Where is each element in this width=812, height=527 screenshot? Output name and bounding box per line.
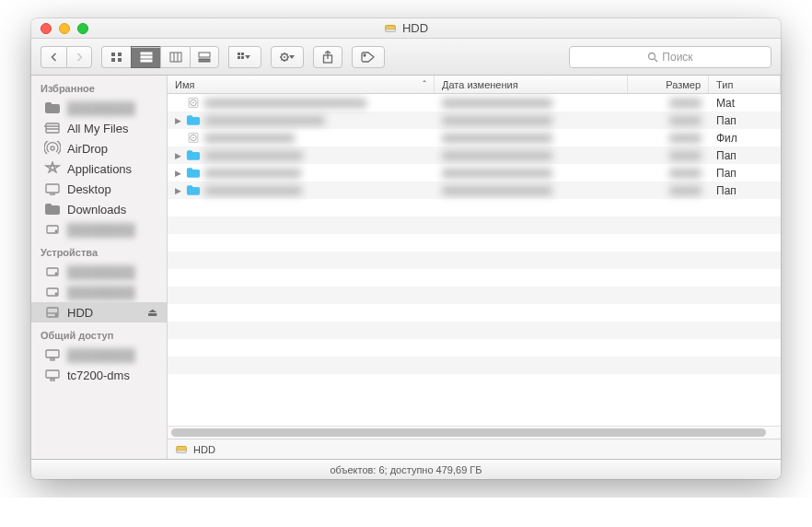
toolbar: Поиск xyxy=(31,39,781,76)
search-placeholder: Поиск xyxy=(662,51,692,64)
icon-view-button[interactable] xyxy=(101,46,131,68)
svg-rect-12 xyxy=(199,53,210,57)
tags-button[interactable] xyxy=(352,46,385,68)
svg-point-42 xyxy=(55,273,57,275)
zoom-icon[interactable] xyxy=(77,23,88,34)
table-row[interactable]: Фил xyxy=(168,129,781,146)
table-row[interactable]: Mat xyxy=(168,94,781,111)
sidebar-item[interactable]: ████████ xyxy=(31,219,167,240)
sidebar-item[interactable]: Downloads xyxy=(31,199,167,219)
scrollbar-thumb[interactable] xyxy=(171,428,766,437)
svg-point-57 xyxy=(192,137,194,139)
sidebar-item[interactable]: HDD⏏ xyxy=(31,302,167,322)
svg-rect-6 xyxy=(141,53,152,54)
screen-icon xyxy=(44,347,61,362)
back-button[interactable] xyxy=(41,46,66,68)
titlebar[interactable]: HDD xyxy=(31,18,781,39)
path-bar[interactable]: HDD xyxy=(168,439,781,459)
disclosure-icon[interactable]: ▶ xyxy=(175,116,182,125)
allfiles-icon xyxy=(44,121,61,135)
forward-button[interactable] xyxy=(66,46,92,68)
eject-icon[interactable]: ⏏ xyxy=(147,306,157,319)
share-button[interactable] xyxy=(313,46,342,68)
sidebar-item[interactable]: All My Files xyxy=(31,118,167,138)
body: Избранное████████All My FilesAirDropAppl… xyxy=(31,76,781,459)
table-row[interactable]: ▶Пап xyxy=(168,146,781,164)
sidebar-section-header: Общий доступ xyxy=(31,322,167,345)
svg-rect-2 xyxy=(111,53,115,56)
svg-point-47 xyxy=(55,314,57,316)
cell-name: ▶ xyxy=(168,184,435,196)
sidebar-item[interactable]: ████████ xyxy=(31,282,167,302)
table-row-empty xyxy=(168,252,781,269)
cell-name: ▶ xyxy=(168,114,435,126)
arrange-button[interactable] xyxy=(228,46,261,68)
column-date[interactable]: Дата изменения xyxy=(435,76,628,93)
disclosure-icon[interactable]: ▶ xyxy=(175,151,182,160)
disclosure-icon[interactable]: ▶ xyxy=(175,186,182,195)
cell-date xyxy=(435,169,628,178)
filename xyxy=(204,186,302,195)
column-view-button[interactable] xyxy=(160,46,190,68)
column-size[interactable]: Размер xyxy=(628,76,709,93)
search-field[interactable]: Поиск xyxy=(569,46,771,68)
sidebar-item[interactable]: Applications xyxy=(31,158,167,179)
coverflow-view-button[interactable] xyxy=(190,46,219,68)
close-icon[interactable] xyxy=(41,23,52,34)
disclosure-icon[interactable]: ▶ xyxy=(175,169,182,178)
column-type[interactable]: Тип xyxy=(709,76,781,93)
sidebar-item[interactable]: ████████ xyxy=(31,345,167,365)
sidebar[interactable]: Избранное████████All My FilesAirDropAppl… xyxy=(31,76,168,459)
cell-type: Пап xyxy=(709,167,781,180)
hdd-icon xyxy=(175,443,188,456)
table-row[interactable]: ▶Пап xyxy=(168,182,781,199)
sidebar-item-label: Desktop xyxy=(67,182,111,196)
column-headers: Имяˆ Дата изменения Размер Тип xyxy=(168,76,781,94)
sidebar-item[interactable]: Desktop xyxy=(31,179,167,199)
svg-rect-48 xyxy=(46,350,59,357)
drive-icon xyxy=(44,264,61,279)
sidebar-item[interactable]: AirDrop xyxy=(31,138,167,158)
svg-line-25 xyxy=(282,53,283,54)
desktop-icon xyxy=(44,182,61,196)
sidebar-section-header: Избранное xyxy=(31,76,167,98)
filename xyxy=(204,134,295,143)
sidebar-item-label: ████████ xyxy=(67,348,135,362)
view-buttons xyxy=(101,46,219,68)
svg-point-40 xyxy=(55,230,57,232)
table-row-empty xyxy=(168,287,781,304)
table-row[interactable]: ▶Пап xyxy=(168,164,781,182)
cell-size xyxy=(628,151,709,160)
cell-type: Mat xyxy=(709,97,781,110)
svg-rect-9 xyxy=(170,53,181,62)
search-icon xyxy=(647,52,658,63)
sidebar-item-label: All My Files xyxy=(67,122,128,135)
cell-size xyxy=(628,169,709,178)
table-row-empty xyxy=(168,304,781,322)
svg-rect-51 xyxy=(51,379,54,381)
svg-rect-4 xyxy=(111,58,115,62)
action-button[interactable] xyxy=(271,46,304,68)
hdd-icon xyxy=(384,22,397,35)
svg-point-30 xyxy=(364,54,365,56)
cell-name xyxy=(168,97,435,109)
finder-window: HDD Поиск Избранное████████All My FilesA… xyxy=(31,18,781,479)
table-row[interactable]: ▶Пап xyxy=(168,111,781,129)
sidebar-item[interactable]: ████████ xyxy=(31,262,167,282)
table-row-empty xyxy=(168,199,781,217)
svg-rect-5 xyxy=(118,58,122,62)
filename xyxy=(204,116,325,125)
svg-rect-50 xyxy=(46,370,59,378)
sidebar-item[interactable]: tc7200-dms xyxy=(31,365,167,385)
minimize-icon[interactable] xyxy=(59,23,70,34)
svg-rect-8 xyxy=(141,60,152,62)
sidebar-item-label: Downloads xyxy=(67,203,126,217)
list-view-button[interactable] xyxy=(131,46,160,68)
horizontal-scrollbar[interactable] xyxy=(168,426,781,439)
sidebar-item[interactable]: ████████ xyxy=(31,98,167,118)
cell-size xyxy=(628,186,709,195)
sidebar-item-label: ████████ xyxy=(67,101,135,115)
column-name[interactable]: Имяˆ xyxy=(168,76,435,93)
table-row-empty xyxy=(168,217,781,234)
file-list[interactable]: Mat▶ПапФил▶Пап▶Пап▶Пап xyxy=(168,94,781,426)
